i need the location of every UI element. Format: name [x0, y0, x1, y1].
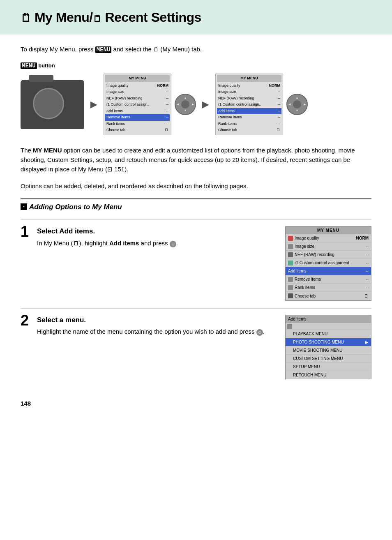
step-1-ok-icon: ⊙ [170, 241, 176, 247]
nav-left-2: ◀ [288, 102, 291, 107]
step-1-screenshot: MY MENU Image quality NORM Image size --… [285, 226, 371, 301]
nav-ring-1: ▲ ▼ ◀ ▶ [175, 94, 196, 115]
step-2-description: Highlight the name of the menu containin… [37, 327, 277, 337]
section-icon-adding: ▪ [21, 203, 27, 210]
mini-screen-1: MY MENU Image qualityNORM Image size-- N… [104, 74, 171, 135]
mini-row-rank-1: Rank items-- [105, 121, 170, 127]
step-2-title: Select a menu. [37, 315, 277, 325]
step2-icon [287, 324, 292, 329]
mini-row-size-1: Image size-- [105, 89, 170, 95]
mini-screen-1-title: MY MENU [105, 75, 170, 82]
step-1-row-add-items: Add items -- [286, 267, 371, 275]
step-2-row-playback: PLAYBACK MENU [286, 330, 371, 338]
mini-row-choose-1: Choose tab🗒 [105, 127, 170, 134]
movie-label: MOVIE SHOOTING MENU [293, 347, 343, 353]
mini-row-nef-1: NEF (RAW) recording-- [105, 95, 170, 102]
step-1-menu-title: MY MENU [286, 226, 371, 234]
quality-icon [288, 236, 293, 241]
custom-setting-label: CUSTOM SETTING MENU [293, 355, 343, 362]
step-2-block: 2 Select a menu. Highlight the name of t… [21, 308, 371, 387]
quality-value: NORM [356, 235, 369, 241]
custom-value: -- [366, 260, 369, 266]
screen1-group: MY MENU Image qualityNORM Image size-- N… [104, 74, 196, 135]
step-1-add-items-strong: Add items [59, 227, 93, 235]
my-menu-tab-icon: 🗒 [153, 46, 159, 53]
rank-label: Rank items [295, 284, 315, 291]
step-2-row-setup: SETUP MENU [286, 363, 371, 371]
nav-down-2: ▼ [296, 108, 299, 113]
mini-row-custom-1: r1 Custom control assign..-- [105, 102, 170, 108]
mini-screen-2: MY MENU Image qualityNORM Image size-- N… [215, 74, 283, 135]
nef-label: NEF (RAW) recording [295, 252, 334, 258]
size-value: -- [366, 243, 369, 249]
step-2-number: 2 [21, 313, 29, 328]
row-left-choose: Choose tab [288, 293, 316, 299]
photo-arrow: ▶ [365, 339, 369, 345]
remove-value: -- [366, 276, 369, 282]
mini-row-remove-1: Remove items-- [105, 114, 170, 121]
nef-value: -- [366, 252, 369, 258]
step-1-highlight-strong: Add items [109, 240, 139, 247]
screen2-group: MY MENU Image qualityNORM Image size-- N… [215, 74, 308, 135]
nav-center-1 [181, 100, 189, 108]
body-paragraph-1: The MY MENU option can be used to create… [21, 145, 371, 174]
rank-icon [288, 285, 293, 290]
step-1-row-custom: r1 Custom control assignment -- [286, 259, 371, 267]
row-left-rank: Rank items [288, 284, 315, 291]
retouch-label: RETOUCH MENU [293, 372, 326, 378]
nav-left-1: ◀ [177, 102, 179, 107]
step-1-icon: 🗒 [73, 240, 79, 247]
page-header: 🗒 My Menu/🗒 Recent Settings [0, 0, 392, 35]
mini-row-remove-2: Remove items-- [217, 114, 281, 121]
step-2-row-photo: PHOTO SHOOTING MENU ▶ [286, 338, 371, 346]
step-1-block: 1 Select Add items. In My Menu (🗒), high… [21, 219, 371, 308]
nav-center-2 [293, 100, 301, 108]
nav-right-1: ▶ [192, 102, 194, 107]
photo-label: PHOTO SHOOTING MENU [293, 339, 344, 345]
step-2-row-custom: CUSTOM SETTING MENU [286, 355, 371, 363]
mini-row-choose-2: Choose tab🗒 [217, 127, 281, 134]
step-2-icon-row [286, 323, 371, 330]
step-2-ok-icon: ⊙ [256, 329, 263, 336]
step-1-number: 1 [21, 224, 29, 239]
my-menu-icon: 🗒 [21, 12, 31, 24]
step-2-row-retouch: RETOUCH MENU [286, 371, 371, 379]
custom-label: r1 Custom control assignment [295, 260, 349, 266]
arrow-icon-2: ▶ [202, 97, 209, 111]
mini-row-rank-2: Rank items-- [217, 121, 281, 127]
quality-label: Image quality [295, 235, 319, 241]
page-ref-151: ⊡ 151 [107, 166, 125, 173]
mini-row-custom-2: r1 Custom control assign..-- [217, 102, 281, 108]
rank-value: -- [366, 284, 369, 291]
row-left-size: Image size [288, 243, 314, 249]
remove-icon [288, 277, 293, 282]
camera-lens [36, 91, 59, 114]
arrow-icon-1: ▶ [90, 97, 97, 111]
step-1-description: In My Menu (🗒), highlight Add items and … [37, 239, 277, 248]
nav-up-1: ▲ [184, 96, 187, 100]
nef-icon [288, 252, 293, 257]
menu-button-label: MENU button [21, 62, 371, 70]
add-value: -- [366, 268, 369, 274]
mini-row-size-2: Image size-- [217, 89, 281, 95]
step-1-row-remove: Remove items -- [286, 275, 371, 284]
nav-control-2: ▲ ▼ ◀ ▶ [286, 94, 308, 115]
choose-value: 🗒 [364, 293, 369, 300]
row-left-nef: NEF (RAW) recording [288, 252, 334, 258]
custom-icon [288, 261, 293, 265]
mini-row-nef-2: NEF (RAW) recording-- [217, 95, 281, 102]
step-1-row-choose-tab: Choose tab 🗒 [286, 292, 371, 300]
mini-row-add-1: Add items-- [105, 108, 170, 115]
nav-down-1: ▼ [184, 108, 187, 113]
choose-label: Choose tab [295, 293, 316, 299]
step-1-row-size: Image size -- [286, 242, 371, 251]
page-title: 🗒 My Menu/🗒 Recent Settings [21, 7, 201, 27]
row-left-remove: Remove items [288, 276, 321, 282]
camera-body-illustration [21, 80, 84, 129]
body-paragraph-2: Options can be added, deleted, and reord… [21, 181, 371, 191]
intro-text: To display My Menu, press MENU and selec… [21, 45, 371, 54]
nav-control-1: ▲ ▼ ◀ ▶ [175, 94, 196, 115]
step-1-title: Select Add items. [37, 226, 277, 237]
row-left-custom: r1 Custom control assignment [288, 260, 349, 266]
mini-row-quality-1: Image qualityNORM [105, 83, 170, 89]
